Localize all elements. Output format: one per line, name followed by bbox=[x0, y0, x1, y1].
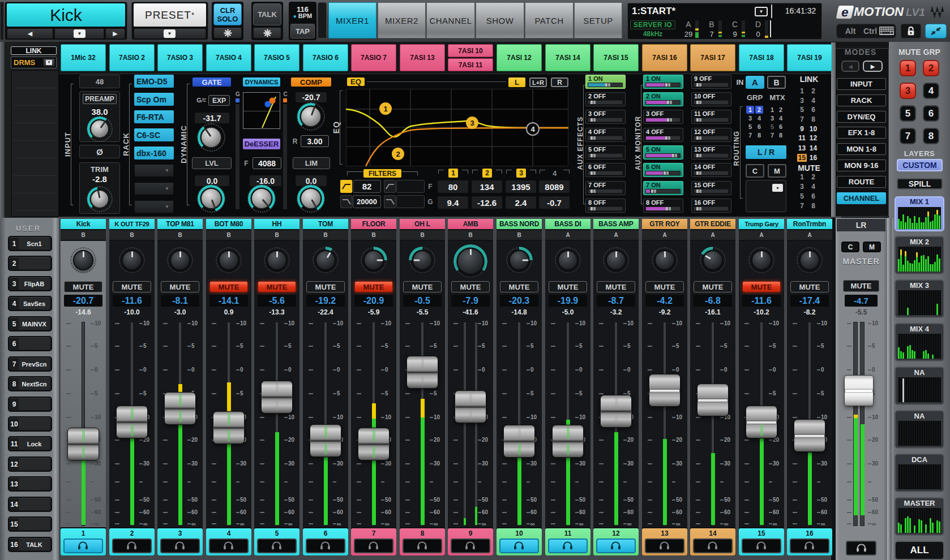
svg-text:3: 3 bbox=[470, 119, 474, 127]
svg-text:2: 2 bbox=[396, 150, 400, 158]
svg-text:4: 4 bbox=[530, 125, 535, 133]
svg-text:1: 1 bbox=[383, 105, 387, 113]
